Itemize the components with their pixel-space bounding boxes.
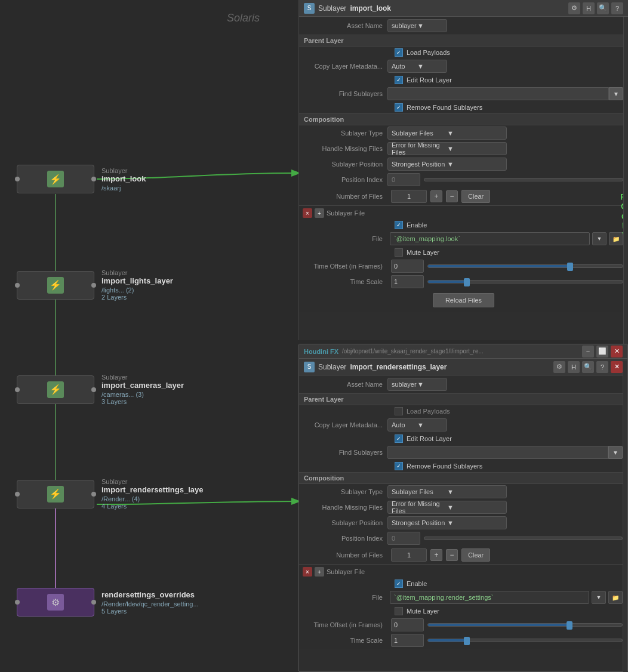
load-payloads-checkbox[interactable]: ✓ (395, 48, 403, 57)
bottom-enable-checkbox[interactable]: ✓ (395, 579, 403, 588)
node-input-dot (15, 283, 20, 288)
mute-layer-checkbox[interactable] (395, 248, 403, 257)
bottom-position-index-row: Position Index (299, 531, 627, 546)
info-button[interactable]: ? (611, 2, 623, 14)
time-scale-slider[interactable] (427, 280, 623, 283)
node-import-lights[interactable]: ⚡ Sublayer import_lights_layer /lights..… (17, 269, 173, 301)
load-payloads-label: Load Payloads (407, 49, 450, 56)
bottom-increment-button[interactable]: + (430, 549, 442, 561)
node-import-cameras[interactable]: ⚡ Sublayer import_cameras_layer /cameras… (17, 374, 184, 405)
dropdown-arrow-icon: ▼ (447, 130, 503, 137)
bottom-file-browse-btn[interactable]: 📁 (608, 591, 623, 604)
gear-button[interactable]: ⚙ (568, 2, 580, 14)
search-button[interactable]: 🔍 (582, 361, 594, 373)
bottom-scrollbar-right[interactable] (623, 361, 627, 672)
solaris-label: Solaris (227, 12, 260, 24)
bottom-file-dropdown-btn[interactable]: ▼ (592, 591, 606, 604)
time-offset-handle[interactable] (567, 263, 573, 271)
help-button[interactable]: H (568, 361, 580, 373)
bottom-decrement-button[interactable]: − (446, 549, 458, 561)
node-import-look[interactable]: ⚡ Sublayer import_look /skaarj (17, 165, 146, 193)
clear-button[interactable]: Clear (461, 190, 490, 203)
bottom-file-row: File ▼ 📁 (299, 590, 627, 605)
bottom-handle-missing-files-dropdown[interactable]: Error for Missing Files ▼ (387, 501, 507, 514)
time-scale-handle[interactable] (464, 278, 470, 286)
bottom-remove-sublayer-button[interactable]: × (303, 567, 312, 577)
time-offset-fill (428, 265, 570, 267)
scrollbar-right[interactable] (623, 17, 628, 357)
bottom-asset-name-dropdown[interactable]: sublayer ▼ (387, 378, 447, 391)
bottom-copy-layer-metadata-dropdown[interactable]: Auto ▼ (387, 418, 447, 431)
bottom-find-sublayers-input[interactable] (387, 446, 608, 459)
enable-checkbox[interactable]: ✓ (395, 221, 403, 229)
node-icon: ⚡ (47, 381, 64, 398)
edit-root-layer-checkbox[interactable]: ✓ (395, 76, 403, 84)
bottom-time-offset-handle[interactable] (567, 621, 572, 630)
bottom-sublayer-position-dropdown[interactable]: Strongest Position ▼ (387, 516, 507, 529)
bottom-mute-layer-label: Mute Layer (407, 608, 439, 615)
bottom-file-label: File (304, 594, 387, 601)
bottom-remove-found-sublayers-checkbox[interactable]: ✓ (395, 462, 403, 470)
info-button[interactable]: ? (596, 361, 608, 373)
bottom-remove-found-sublayers-row: ✓ Remove Found Sublayers (299, 460, 627, 472)
time-scale-input[interactable] (391, 275, 424, 288)
add-sublayer-button[interactable]: + (315, 208, 324, 218)
copy-layer-metadata-label: Copy Layer Metadata... (304, 63, 387, 70)
bottom-number-of-files-input[interactable] (391, 548, 427, 562)
asset-name-dropdown[interactable]: sublayer ▼ (387, 19, 447, 32)
houdini-fx-label: Houdini FX (304, 348, 338, 355)
bottom-copy-layer-metadata-value: Auto (392, 421, 417, 429)
sublayer-position-dropdown[interactable]: Strongest Position ▼ (387, 158, 507, 171)
bottom-time-scale-slider[interactable] (427, 639, 623, 642)
bottom-composition-section: Composition (299, 472, 627, 484)
minimize-button[interactable]: − (582, 346, 594, 357)
node-import-rendersettings[interactable]: ⚡ Sublayer import_rendersettings_laye /R… (17, 478, 204, 510)
number-of-files-input[interactable] (391, 190, 427, 203)
decrement-button[interactable]: − (446, 190, 458, 202)
close-button[interactable]: ✕ (611, 346, 623, 357)
remove-found-sublayers-checkbox[interactable]: ✓ (395, 103, 403, 112)
dropdown-arrow-icon: ▼ (447, 161, 503, 168)
time-offset-input[interactable] (391, 260, 424, 273)
top-panel-actions: ⚙ H 🔍 ? (568, 2, 623, 14)
bottom-time-offset-input[interactable] (391, 618, 424, 631)
file-row: File ▼ 📁 (299, 231, 628, 246)
bottom-add-sublayer-button[interactable]: + (315, 567, 324, 577)
sublayer-type-dropdown[interactable]: Sublayer Files ▼ (387, 127, 507, 140)
node-layers-label: 4 Layers (101, 503, 204, 510)
search-button[interactable]: 🔍 (597, 2, 609, 14)
node-input-dot (15, 600, 20, 605)
file-input[interactable] (390, 232, 590, 245)
bottom-sublayer-type-dropdown[interactable]: Sublayer Files ▼ (387, 485, 507, 498)
bottom-time-scale-handle[interactable] (464, 637, 470, 645)
bottom-find-dropdown-btn[interactable]: ▼ (608, 446, 623, 459)
bottom-position-index-input[interactable] (387, 532, 420, 545)
bottom-load-payloads-checkbox[interactable] (395, 407, 403, 415)
increment-button[interactable]: + (430, 190, 442, 202)
bottom-clear-button[interactable]: Clear (461, 548, 490, 562)
sublayer-type-value: Sublayer Files (392, 130, 447, 137)
close-panel-button[interactable]: ✕ (611, 361, 623, 373)
remove-sublayer-button[interactable]: × (303, 208, 312, 218)
reload-files-button[interactable]: Reload Files (433, 293, 494, 307)
bottom-mute-layer-checkbox[interactable] (395, 607, 403, 615)
solaris-icon: S (304, 362, 315, 372)
node-rendersettings-overrides[interactable]: ⚙ rendersettings_overrides /Render/ldev/… (17, 588, 199, 616)
asset-name-value: sublayer (392, 22, 417, 29)
help-button[interactable]: H (583, 2, 595, 14)
copy-layer-metadata-dropdown[interactable]: Auto ▼ (387, 60, 447, 73)
time-offset-slider[interactable] (427, 264, 623, 268)
bottom-time-offset-slider[interactable] (427, 623, 623, 627)
bottom-time-scale-input[interactable] (391, 634, 424, 647)
sublayer-file-header-row: × + Sublayer File (299, 207, 628, 219)
find-sublayers-input[interactable] (387, 87, 609, 100)
restore-button[interactable]: ⬜ (596, 346, 608, 357)
handle-missing-files-dropdown[interactable]: Error for Missing Files ▼ (387, 142, 507, 155)
find-dropdown-btn[interactable]: ▼ (609, 87, 623, 100)
bottom-edit-root-layer-checkbox[interactable]: ✓ (395, 434, 403, 443)
file-dropdown-btn[interactable]: ▼ (592, 232, 607, 245)
bottom-file-input[interactable] (390, 591, 589, 604)
file-browse-btn[interactable]: 📁 (609, 232, 623, 245)
position-index-input[interactable] (387, 173, 420, 186)
gear-button[interactable]: ⚙ (553, 361, 565, 373)
